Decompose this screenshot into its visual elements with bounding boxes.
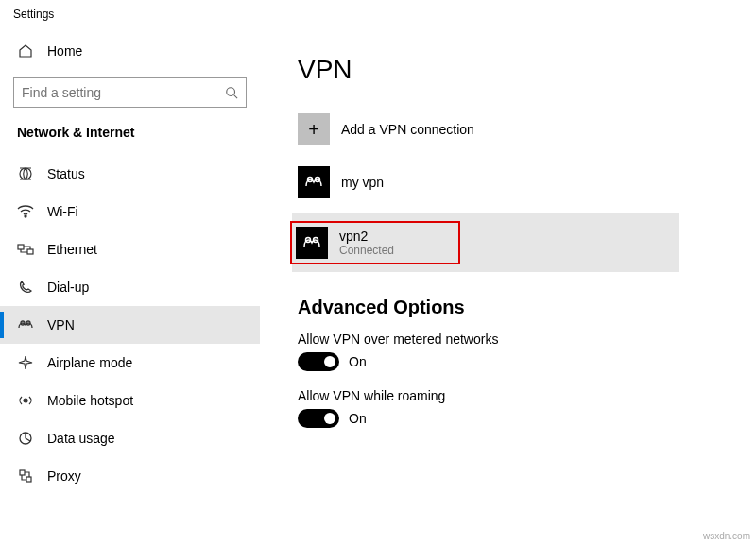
page-title: VPN xyxy=(298,55,718,85)
advanced-options-heading: Advanced Options xyxy=(298,297,718,318)
vpn-icon xyxy=(17,318,34,332)
plus-icon: + xyxy=(298,113,330,145)
svg-rect-4 xyxy=(27,249,33,254)
nav-item-vpn[interactable]: VPN xyxy=(0,306,260,344)
option-roaming-row: On xyxy=(298,409,718,428)
vpn-status: Connected xyxy=(339,244,394,257)
nav-label: Status xyxy=(47,166,85,181)
nav-label: Wi-Fi xyxy=(47,204,78,219)
search-box[interactable] xyxy=(13,77,247,108)
nav-item-datausage[interactable]: Data usage xyxy=(0,419,260,457)
option-metered-row: On xyxy=(298,352,718,371)
dialup-icon xyxy=(17,280,34,295)
nav-label: Airplane mode xyxy=(47,355,132,370)
vpn-name: my vpn xyxy=(341,175,384,190)
airplane-icon xyxy=(17,355,34,370)
window-title: Settings xyxy=(0,0,756,26)
status-icon xyxy=(17,166,34,181)
svg-point-1 xyxy=(20,168,31,179)
nav-item-status[interactable]: Status xyxy=(0,155,260,193)
add-vpn-button[interactable]: + Add a VPN connection xyxy=(298,108,718,151)
svg-rect-9 xyxy=(20,470,25,475)
nav-item-dialup[interactable]: Dial-up xyxy=(0,268,260,306)
home-icon xyxy=(17,43,34,59)
proxy-icon xyxy=(17,468,34,484)
datausage-icon xyxy=(17,431,34,446)
svg-point-7 xyxy=(24,399,27,402)
nav-label: Dial-up xyxy=(47,280,89,295)
hotspot-icon xyxy=(17,393,34,408)
main-container: Home Network & Internet Status xyxy=(0,26,756,545)
home-label: Home xyxy=(47,43,82,59)
sidebar: Home Network & Internet Status xyxy=(0,26,260,545)
home-button[interactable]: Home xyxy=(0,34,260,68)
nav-item-wifi[interactable]: Wi-Fi xyxy=(0,193,260,230)
nav-item-airplane[interactable]: Airplane mode xyxy=(0,344,260,382)
svg-point-2 xyxy=(25,215,26,217)
main-content: VPN + Add a VPN connection my vpn vpn2 C… xyxy=(260,26,756,545)
add-vpn-label: Add a VPN connection xyxy=(341,122,474,137)
highlight-box: vpn2 Connected xyxy=(290,221,460,264)
nav-label: VPN xyxy=(47,317,75,332)
nav-label: Data usage xyxy=(47,431,115,446)
svg-rect-3 xyxy=(18,245,24,249)
nav-item-ethernet[interactable]: Ethernet xyxy=(0,230,260,268)
watermark: wsxdn.com xyxy=(703,531,750,541)
wifi-icon xyxy=(17,205,34,218)
vpn-connection-icon xyxy=(298,166,330,198)
vpn-connection-vpn2[interactable]: vpn2 Connected xyxy=(292,213,679,272)
toggle-metered[interactable] xyxy=(298,352,339,371)
vpn-connection-myvpn[interactable]: my vpn xyxy=(298,161,718,204)
search-icon xyxy=(225,86,238,99)
nav-item-proxy[interactable]: Proxy xyxy=(0,457,260,495)
toggle-roaming-state: On xyxy=(349,411,367,426)
svg-point-0 xyxy=(227,88,235,96)
toggle-roaming[interactable] xyxy=(298,409,339,428)
ethernet-icon xyxy=(17,243,34,256)
option-roaming-label: Allow VPN while roaming xyxy=(298,388,718,403)
nav-item-hotspot[interactable]: Mobile hotspot xyxy=(0,382,260,419)
nav-list: Status Wi-Fi Ethernet Dial-up xyxy=(0,155,260,495)
vpn-connection-icon xyxy=(296,227,328,259)
nav-label: Ethernet xyxy=(47,242,97,257)
vpn-name: vpn2 xyxy=(339,229,394,244)
option-metered-label: Allow VPN over metered networks xyxy=(298,332,718,347)
search-input[interactable] xyxy=(22,85,225,100)
nav-label: Proxy xyxy=(47,468,81,484)
sidebar-heading: Network & Internet xyxy=(0,119,260,149)
toggle-metered-state: On xyxy=(349,354,367,369)
svg-rect-10 xyxy=(26,477,31,482)
nav-label: Mobile hotspot xyxy=(47,393,133,408)
